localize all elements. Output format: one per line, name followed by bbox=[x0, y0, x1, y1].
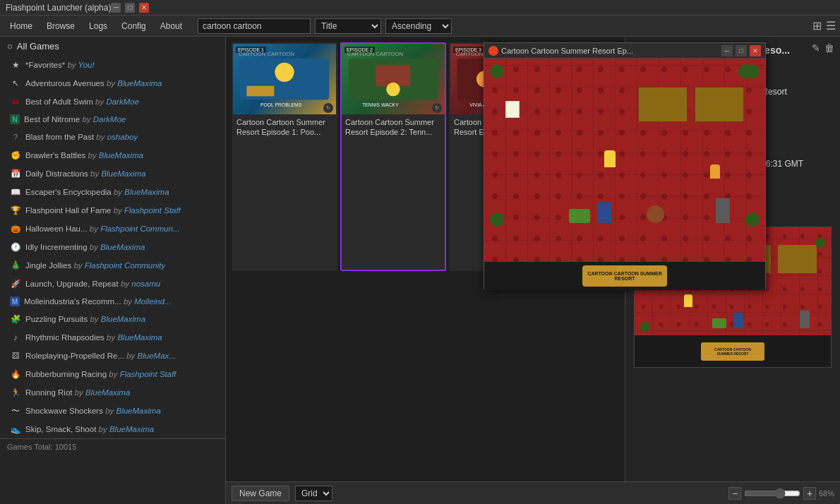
sidebar-item-shockwave[interactable]: 〜 Shockwave Shockers by BlueMaxima bbox=[0, 402, 225, 420]
detail-logo-bar: CARTOON CARTOONSUMMER RESORT bbox=[635, 335, 831, 367]
edit-button[interactable]: ✎ bbox=[812, 42, 820, 54]
zoom-slider[interactable] bbox=[744, 488, 800, 499]
tree-5 bbox=[745, 212, 760, 227]
star-icon: ★ bbox=[10, 59, 21, 71]
game-card-ep2[interactable]: EPISODE 2 TENNIS WACKY CARTOON CARTOON ↻… bbox=[340, 42, 446, 271]
zoom-out-button[interactable]: − bbox=[728, 487, 741, 500]
popup-maximize[interactable]: □ bbox=[736, 45, 747, 56]
m-icon: M bbox=[10, 296, 20, 306]
game-bottom-bar: CARTOON CARTOON SUMMER RESORT bbox=[484, 262, 765, 290]
title-bar-controls: ─ □ ✕ bbox=[111, 3, 149, 13]
menu-browse[interactable]: Browse bbox=[41, 19, 80, 33]
app-title: Flashpoint Launcher (alpha) bbox=[6, 3, 111, 13]
sidebar-item-daily[interactable]: 📅 Daily Distractions by BlueMaxima bbox=[0, 164, 225, 183]
fire-icon: 🔥 bbox=[10, 368, 21, 380]
sidebar-item-launch[interactable]: 🚀 Launch, Upgrade, Repeat by nosamu bbox=[0, 275, 225, 293]
n-icon: N bbox=[10, 114, 20, 124]
puzzle-icon: 🧩 bbox=[10, 313, 21, 325]
sidebar-item-adventurous[interactable]: ↖ Adventurous Avenues by BlueMaxima bbox=[0, 74, 225, 92]
sidebar-item-escaper[interactable]: 📖 Escaper's Encyclopedia by BlueMaxima bbox=[0, 183, 225, 201]
sidebar-item-roleplaying[interactable]: ⚄ Roleplaying-Propelled Re... by BlueMax… bbox=[0, 347, 225, 365]
book-icon: 📖 bbox=[10, 186, 21, 198]
paper-item bbox=[505, 101, 520, 118]
search-input[interactable] bbox=[198, 18, 311, 34]
detail-item-3 bbox=[800, 311, 810, 328]
popup-close[interactable]: ✕ bbox=[750, 45, 761, 56]
sidebar-item-jingle[interactable]: 🎄 Jingle Jollies by Flashpoint Community bbox=[0, 256, 225, 275]
ep2-loading: ↻ bbox=[432, 103, 442, 113]
sort-by-select[interactable]: Title Date Added Series bbox=[315, 18, 381, 34]
menu-about[interactable]: About bbox=[155, 19, 188, 33]
cursor-icon: ↖ bbox=[10, 78, 21, 89]
game-thumb-ep2: EPISODE 2 TENNIS WACKY CARTOON CARTOON ↻ bbox=[342, 44, 445, 114]
detail-ccsr-logo: CARTOON CARTOONSUMMER RESORT bbox=[701, 342, 764, 361]
popup-title: Cartoon Cartoon Summer Resort Ep... bbox=[501, 47, 633, 55]
svg-point-7 bbox=[386, 83, 400, 96]
menu-config[interactable]: Config bbox=[116, 19, 152, 33]
close-button[interactable]: ✕ bbox=[139, 3, 149, 13]
as-icon: as bbox=[10, 96, 21, 107]
sort-order-select[interactable]: Ascending Descending bbox=[385, 18, 452, 34]
pumpkin-icon: 🎃 bbox=[10, 223, 21, 234]
detail-char-1 bbox=[684, 294, 692, 307]
maximize-button[interactable]: □ bbox=[125, 3, 135, 13]
sidebar-item-brawlers[interactable]: ✊ Brawler's Battles by BlueMaxima bbox=[0, 146, 225, 164]
bottom-bar: New Game Grid List − + 68% bbox=[226, 481, 840, 504]
clock-icon: 🕐 bbox=[10, 241, 21, 253]
svg-text:CARTOON CARTOON: CARTOON CARTOON bbox=[347, 51, 403, 57]
sidebar-item-halloween[interactable]: 🎃 Halloween Hau... by Flashpoint Commun.… bbox=[0, 220, 225, 238]
zoom-in-button[interactable]: + bbox=[803, 487, 816, 500]
minimize-button[interactable]: ─ bbox=[111, 3, 121, 13]
all-games-header[interactable]: ○ All Games bbox=[0, 37, 225, 56]
sidebar-item-hall-of-fame[interactable]: 🏆 Flashpoint Hall of Fame by Flashpoint … bbox=[0, 201, 225, 220]
sidebar-item-skip[interactable]: 👟 Skip, Smack, Shoot by BlueMaxima bbox=[0, 420, 225, 438]
sidebar-item-adult-swim[interactable]: as Best of Adult Swim by DarkMoe bbox=[0, 92, 225, 111]
games-total: Games Total: 10015 bbox=[0, 438, 225, 455]
sidebar-item-running[interactable]: 🏃 Running Riot by BlueMaxima bbox=[0, 383, 225, 402]
sidebar-item-favorites[interactable]: ★ *Favorites* by You! bbox=[0, 56, 225, 74]
svg-text:POOL PROBLEMS: POOL PROBLEMS bbox=[260, 102, 302, 107]
delete-button[interactable]: 🗑 bbox=[824, 42, 834, 54]
menu-home[interactable]: Home bbox=[4, 19, 38, 33]
ccsr-logo: CARTOON CARTOON SUMMER RESORT bbox=[582, 265, 667, 287]
popup-minimize[interactable]: ─ bbox=[721, 45, 733, 56]
list-view-btn[interactable]: ☰ bbox=[826, 19, 836, 32]
question-icon: ? bbox=[10, 131, 21, 143]
view-toggle-btn[interactable]: ⊞ bbox=[812, 19, 822, 32]
svg-text:CARTOON CARTOON: CARTOON CARTOON bbox=[239, 51, 294, 57]
menu-logs[interactable]: Logs bbox=[83, 19, 113, 33]
sidebar-item-molleindustria[interactable]: M Molleindustria's Recomm... by Molleind… bbox=[0, 293, 225, 310]
detail-item-1 bbox=[712, 318, 726, 328]
sofa-2 bbox=[638, 87, 688, 122]
sidebar-item-rhythmic[interactable]: ♪ Rhythmic Rhapsodies by BlueMaxima bbox=[0, 328, 225, 347]
sidebar-item-blast[interactable]: ? Blast from the Past by oshaboy bbox=[0, 128, 225, 146]
main-layout: ○ All Games ★ *Favorites* by You! ↖ Adve… bbox=[0, 37, 840, 504]
game-card-ep1[interactable]: EPISODE 1 POOL PROBLEMS CARTOON CARTOON … bbox=[232, 42, 337, 271]
sidebar-item-nitrome[interactable]: N Best of Nitrome by DarkMoe bbox=[0, 111, 225, 128]
sidebar-item-rubberburning[interactable]: 🔥 Rubberburning Racing by Flashpoint Sta… bbox=[0, 365, 225, 383]
item-gray bbox=[716, 198, 730, 223]
game-title-ep1: Cartoon Cartoon Summer Resort Episode 1:… bbox=[233, 114, 336, 140]
filter-bar: Title Date Added Series Ascending Descen… bbox=[198, 18, 452, 34]
popup-titlebar: Cartoon Cartoon Summer Resort Ep... ─ □ … bbox=[484, 43, 765, 59]
toolbar-icons: ⊞ ☰ bbox=[812, 19, 836, 32]
svg-rect-1 bbox=[246, 86, 274, 97]
sidebar: ○ All Games ★ *Favorites* by You! ↖ Adve… bbox=[0, 37, 226, 504]
content-area: EPISODE 1 POOL PROBLEMS CARTOON CARTOON … bbox=[226, 37, 840, 504]
detail-actions: ✎ 🗑 bbox=[812, 42, 834, 54]
xmas-icon: 🎄 bbox=[10, 260, 21, 271]
run-icon: 🏃 bbox=[10, 387, 21, 398]
all-games-icon: ○ bbox=[7, 41, 13, 52]
tree-3 bbox=[745, 64, 760, 78]
sidebar-item-puzzling[interactable]: 🧩 Puzzling Pursuits by BlueMaxima bbox=[0, 310, 225, 328]
favorites-label: *Favorites* bbox=[25, 61, 65, 69]
zoom-controls: − + 68% bbox=[728, 487, 834, 500]
new-game-button[interactable]: New Game bbox=[232, 486, 289, 501]
detail-sofa-1 bbox=[778, 245, 817, 273]
popup-controls: ─ □ ✕ bbox=[721, 45, 761, 56]
sidebar-item-idly[interactable]: 🕐 Idly Incrementing by BlueMaxima bbox=[0, 238, 225, 256]
character-1 bbox=[604, 150, 616, 167]
game-canvas: CARTOON CARTOON SUMMER RESORT bbox=[484, 59, 765, 290]
item-blue bbox=[597, 202, 611, 223]
view-select[interactable]: Grid List bbox=[295, 486, 332, 501]
